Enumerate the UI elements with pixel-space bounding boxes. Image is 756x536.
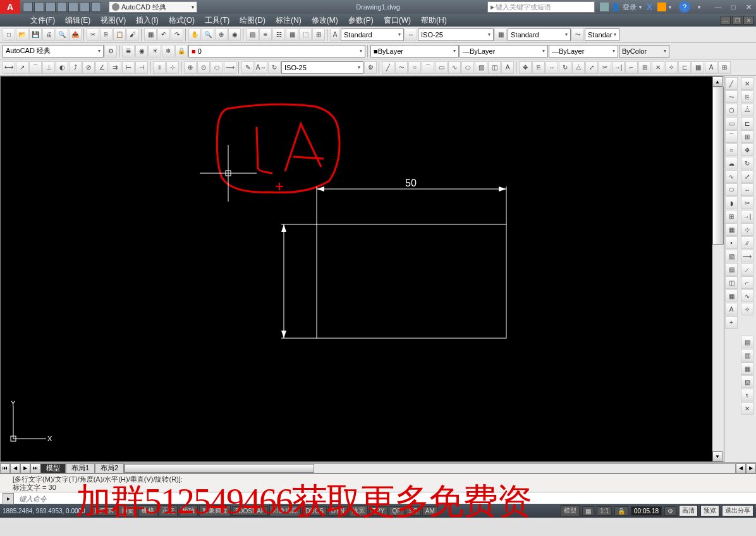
status-preview[interactable]: 预览 [700,505,719,516]
lineweight-dropdown[interactable]: — ByLayer [549,45,618,58]
rt-insert-icon[interactable]: ⊞ [725,210,738,222]
paste-icon[interactable]: 📋 [113,28,126,41]
cloud-icon[interactable] [657,3,666,11]
pan-icon[interactable]: ✋ [188,28,201,41]
dc-icon[interactable]: ☷ [272,28,285,41]
rt-mtext-icon[interactable]: A [725,303,738,315]
hscroll-thumb[interactable] [125,464,314,473]
status-lock-icon[interactable]: 🔒 [614,506,628,516]
dim-linear-icon[interactable]: ⟷ [3,61,15,74]
rt2-join-icon[interactable]: ⟿ [741,250,753,262]
mtext-icon[interactable]: A [705,61,717,74]
rt2-rotate-icon[interactable]: ↻ [741,157,753,169]
rt2-blend-icon[interactable]: ∿ [741,289,753,302]
layer-dropdown[interactable]: ■ 0 [188,45,365,58]
hscroll-left-icon[interactable]: ◀ [736,463,746,473]
center-icon[interactable]: ⊙ [197,61,210,74]
rt-ellipse-icon[interactable]: ⬭ [725,183,738,196]
redo-icon[interactable]: ↷ [171,28,183,41]
vertical-scrollbar[interactable]: ▲ ▼ [712,76,724,461]
status-ducs[interactable]: DUCS [302,506,326,516]
offset-icon[interactable]: ⊏ [678,61,691,74]
mleader-icon[interactable]: ⤳ [571,28,584,41]
rt2-text-icon[interactable]: ¶ [741,389,753,401]
dim-arc-icon[interactable]: ⌒ [29,61,42,74]
status-otrack[interactable]: 对象追踪 [269,505,301,516]
tab-model[interactable]: 模型 [40,463,66,473]
status-1-1-icon[interactable]: 1:1 [597,506,612,516]
pline-icon[interactable]: ⤳ [395,61,408,74]
fillet-icon[interactable]: ⌐ [625,61,638,74]
rt-polygon-icon[interactable]: ⬡ [725,104,738,116]
explode-icon[interactable]: ✧ [665,61,678,74]
status-am[interactable]: AM [422,506,438,516]
menu-draw[interactable]: 绘图(D) [235,15,271,26]
vscroll-up-icon[interactable]: ▲ [712,76,722,87]
zoom2-icon[interactable]: ⊕ [215,28,228,41]
close-button[interactable]: ✕ [741,1,756,13]
zoom-icon[interactable]: 🔍 [202,28,214,41]
preview-icon[interactable]: 🔍 [56,28,68,41]
tol-icon[interactable]: ⊕ [184,61,197,74]
dimstyle-dropdown[interactable]: ISO-25 [418,28,494,41]
ellipse-icon[interactable]: ⬭ [461,61,474,74]
rt2-close-icon[interactable]: ✕ [741,402,753,415]
menu-tools[interactable]: 工具(T) [200,15,235,26]
rt2-scale-icon[interactable]: ⤢ [741,170,753,183]
dim-jog-icon[interactable]: ⤴ [69,61,82,74]
hscroll-right-icon[interactable]: ▶ [746,463,756,473]
line-icon[interactable]: ╱ [382,61,394,74]
vscroll-thumb[interactable] [712,87,724,245]
dimstyle-mgr-icon[interactable]: ⚙ [364,61,377,74]
rt2-break-icon[interactable]: ⊹ [741,223,753,236]
tab-prev-icon[interactable]: ◀ [10,463,20,473]
status-tpy[interactable]: TPY [369,506,387,516]
rt-grad-icon[interactable]: ▤ [725,263,738,276]
status-lwt[interactable]: 线宽 [349,505,368,516]
rt2-ref1-icon[interactable]: ▤ [741,336,753,348]
trim-icon[interactable]: ✂ [599,61,611,74]
status-grid[interactable]: 栅格 [138,505,157,516]
copy2-icon[interactable]: ⎘ [532,61,545,74]
inspect-icon[interactable]: ⬭ [210,61,223,74]
layerstate-icon[interactable]: ◉ [135,45,148,58]
tbl-icon[interactable]: ▦ [692,61,704,74]
rt-spline-icon[interactable]: ∿ [725,170,738,183]
infocenter-icon[interactable] [600,3,609,11]
linetype-dropdown[interactable]: — ByLayer [460,45,548,58]
qat-save-icon[interactable] [46,2,56,12]
dim-break-icon[interactable]: ⊹ [166,61,179,74]
menu-edit[interactable]: 编辑(E) [60,15,95,26]
dim-ang-icon[interactable]: ∠ [95,61,108,74]
login-button[interactable]: 登录 [623,3,637,12]
publish-icon[interactable]: 📤 [69,28,82,41]
status-grid-icon[interactable]: ▦ [582,506,594,516]
insert-icon[interactable]: ⊞ [718,61,731,74]
status-exit[interactable]: 退出分享 [722,505,753,516]
layermgr-icon[interactable]: ≣ [122,45,135,58]
color-dropdown[interactable]: ■ ByLayer [370,45,459,58]
scale-icon[interactable]: ⤢ [585,61,598,74]
hscroll-track[interactable] [124,463,736,473]
status-osnap[interactable]: 对象捕捉 [199,505,231,516]
rt2-break2-icon[interactable]: ⫽ [741,236,753,249]
dimtedit-icon[interactable]: A↔ [255,61,267,74]
rect-icon[interactable]: ▭ [435,61,448,74]
menu-help[interactable]: 帮助(H) [416,15,452,26]
region-icon[interactable]: ◫ [488,61,501,74]
rt2-extend-icon[interactable]: →| [741,210,753,222]
undo-icon[interactable]: ↶ [157,28,170,41]
rt2-offset-icon[interactable]: ⊏ [741,117,753,130]
plotcolor-dropdown[interactable]: ByColor [619,45,669,58]
rt-rect-icon[interactable]: ▭ [725,117,738,130]
rt-block-icon[interactable]: ▦ [725,223,738,236]
menu-view[interactable]: 视图(V) [95,15,131,26]
text-icon[interactable]: A [501,61,514,74]
mleaderstyle-dropdown[interactable]: Standar [585,28,619,41]
status-3dosnap[interactable]: 3DOSNAP [232,506,269,516]
status-hq[interactable]: 高清 [679,505,698,516]
tp-icon[interactable]: ▦ [286,28,298,41]
rt-table-icon[interactable]: ▦ [725,289,738,302]
status-tool-icon[interactable]: ⚙ [664,506,676,516]
menu-modify[interactable]: 修改(M) [307,15,343,26]
